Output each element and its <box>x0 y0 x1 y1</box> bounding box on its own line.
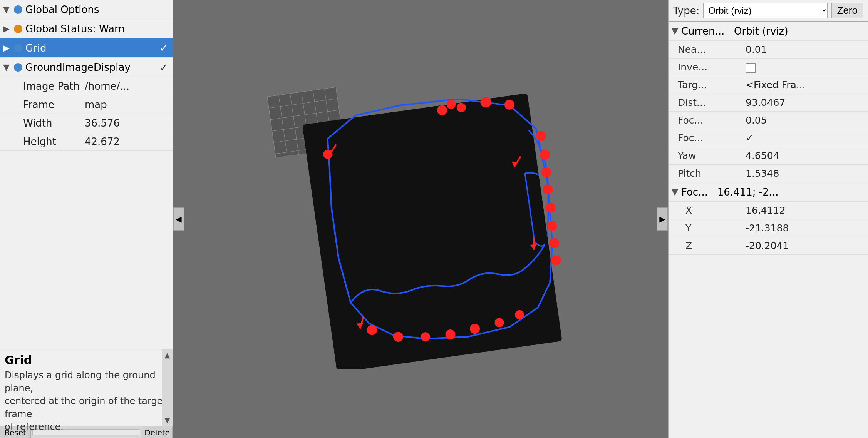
description-title: Grid <box>5 353 168 367</box>
tree-label-ground-image: GroundImageDisplay <box>25 62 159 73</box>
right-prop-focal-z: Z -20.2041 <box>669 237 868 255</box>
section-title-full: Orbit (rviz) <box>734 25 788 37</box>
collapse-arrow-icon: ◀ <box>176 214 181 224</box>
right-prop-value-yaw[interactable]: 4.6504 <box>746 150 868 161</box>
right-prop-value-focal-y[interactable]: -21.3188 <box>746 222 868 234</box>
tree-label-grid: Grid <box>25 42 159 54</box>
center-viewport[interactable]: ◀ <box>173 0 668 438</box>
section-title-current-view: Curren... Orbit (rviz) <box>681 25 788 37</box>
prop-row-frame: Frame map <box>0 95 173 114</box>
dot-grid <box>14 44 22 52</box>
right-prop-value-near-clip[interactable]: 0.01 <box>746 44 868 55</box>
right-prop-value-target-frame[interactable]: <Fixed Fra... <box>746 79 868 90</box>
invert-zoom-checkbox[interactable] <box>746 63 756 73</box>
right-prop-value-pitch[interactable]: 1.5348 <box>746 168 868 179</box>
prop-value-image-path[interactable]: /home/... <box>85 80 173 92</box>
collapse-left-button[interactable]: ◀ <box>173 207 184 231</box>
description-text: Displays a grid along the ground plane,c… <box>5 369 168 434</box>
right-prop-value-focal-x[interactable]: 16.4112 <box>746 205 868 216</box>
left-panel: ▼ Global Options ▶ Global Status: Warn ▶… <box>0 0 173 438</box>
svg-point-24 <box>542 184 553 195</box>
prop-value-width[interactable]: 36.576 <box>85 117 173 129</box>
tree-check-grid[interactable]: ✓ <box>159 42 173 54</box>
right-prop-name-focal-shape-fixed-size: Foc... <box>669 132 746 144</box>
focal-point-value: 16.411; -2... <box>717 186 779 198</box>
map-canvas <box>184 0 657 438</box>
tree-row-ground-image-display[interactable]: ▼ GroundImageDisplay ✓ <box>0 58 173 77</box>
tree-label-global-status: Global Status: Warn <box>25 23 173 35</box>
right-prop-name-target-frame: Targ... <box>669 79 746 90</box>
right-prop-value-invert-zoom[interactable] <box>746 62 868 73</box>
right-prop-focal-y: Y -21.3188 <box>669 219 868 237</box>
type-label: Type: <box>673 5 699 17</box>
right-prop-value-focal-z[interactable]: -20.2041 <box>746 240 868 251</box>
prop-row-image-path: Image Path /home/... <box>0 77 173 95</box>
right-prop-value-distance[interactable]: 93.0467 <box>746 97 868 108</box>
expand-arrow-ground-image[interactable]: ▼ <box>3 62 14 72</box>
expand-arrow-grid[interactable]: ▶ <box>3 43 14 53</box>
right-prop-name-focal-x: X <box>669 205 746 216</box>
prop-name-image-path: Image Path <box>0 80 85 92</box>
description-scrollbar[interactable]: ▲ ▼ <box>162 349 173 426</box>
expand-arrow-global-options[interactable]: ▼ <box>3 5 14 14</box>
scroll-down-arrow[interactable]: ▼ <box>165 416 170 424</box>
description-box: Grid Displays a grid along the ground pl… <box>0 349 173 426</box>
dot-ground-image <box>14 63 22 72</box>
right-prop-near-clip: Nea... 0.01 <box>669 41 868 59</box>
prop-name-height: Height <box>0 136 85 147</box>
right-prop-value-focal-shape-fixed-size[interactable]: ✓ <box>746 132 868 144</box>
right-prop-value-focal-shape-size[interactable]: 0.05 <box>746 115 868 126</box>
prop-value-height[interactable]: 42.672 <box>85 136 173 147</box>
tree-row-global-status[interactable]: ▶ Global Status: Warn <box>0 19 173 38</box>
right-top-bar: Type: Orbit (rviz) Zero <box>669 0 868 22</box>
right-section-focal-point[interactable]: ▼ Foc... 16.411; -2... <box>669 182 868 202</box>
prop-row-width: Width 36.576 <box>0 114 173 132</box>
scroll-up-arrow[interactable]: ▲ <box>165 351 170 359</box>
expand-arrow-icon: ▶ <box>659 214 665 224</box>
right-prop-name-invert-zoom: Inve... <box>669 62 746 73</box>
right-section-current-view[interactable]: ▼ Curren... Orbit (rviz) <box>669 22 868 41</box>
section-title-focal-point: Foc... 16.411; -2... <box>681 186 779 198</box>
dot-global-status <box>14 25 22 33</box>
svg-point-27 <box>548 237 560 249</box>
right-prop-invert-zoom: Inve... <box>669 59 868 76</box>
right-prop-focal-shape-size: Foc... 0.05 <box>669 112 868 129</box>
svg-point-25 <box>545 202 556 213</box>
prop-name-frame: Frame <box>0 99 85 110</box>
prop-name-width: Width <box>0 117 85 129</box>
right-prop-focal-x: X 16.4112 <box>669 202 868 219</box>
right-prop-target-frame: Targ... <Fixed Fra... <box>669 76 868 94</box>
right-prop-name-focal-shape-size: Foc... <box>669 115 746 126</box>
prop-value-frame[interactable]: map <box>85 99 173 110</box>
focal-point-title: Foc... <box>681 186 708 198</box>
svg-rect-14 <box>302 93 562 369</box>
tree-section: ▼ Global Options ▶ Global Status: Warn ▶… <box>0 0 173 349</box>
right-prop-pitch: Pitch 1.5348 <box>669 165 868 182</box>
tree-row-global-options[interactable]: ▼ Global Options <box>0 0 173 19</box>
svg-point-23 <box>541 167 552 178</box>
prop-row-height: Height 42.672 <box>0 132 173 151</box>
right-prop-distance: Dist... 93.0467 <box>669 94 868 112</box>
dot-global-options <box>14 5 22 14</box>
right-prop-name-pitch: Pitch <box>669 168 746 179</box>
right-prop-name-distance: Dist... <box>669 97 746 108</box>
tree-label-global-options: Global Options <box>25 4 173 15</box>
tree-row-grid[interactable]: ▶ Grid ✓ <box>0 38 173 58</box>
tree-check-ground-image[interactable]: ✓ <box>159 62 173 73</box>
section-title-truncated: Curren... <box>681 25 724 37</box>
right-prop-name-near-clip: Nea... <box>669 44 746 55</box>
right-panel: Type: Orbit (rviz) Zero ▼ Curren... Orbi… <box>668 0 868 438</box>
rviz-map-svg <box>263 69 578 369</box>
expand-right-button[interactable]: ▶ <box>657 207 668 231</box>
expand-arrow-current-view[interactable]: ▼ <box>672 26 678 36</box>
right-prop-name-yaw: Yaw <box>669 150 746 161</box>
right-prop-yaw: Yaw 4.6504 <box>669 147 868 165</box>
right-prop-focal-shape-fixed-size: Foc... ✓ <box>669 129 868 147</box>
type-select[interactable]: Orbit (rviz) <box>703 3 827 18</box>
right-prop-name-focal-z: Z <box>669 240 746 251</box>
expand-arrow-focal-point[interactable]: ▼ <box>672 187 678 197</box>
zero-button[interactable]: Zero <box>831 3 863 18</box>
right-prop-name-focal-y: Y <box>669 222 746 234</box>
expand-arrow-global-status[interactable]: ▶ <box>3 24 14 33</box>
